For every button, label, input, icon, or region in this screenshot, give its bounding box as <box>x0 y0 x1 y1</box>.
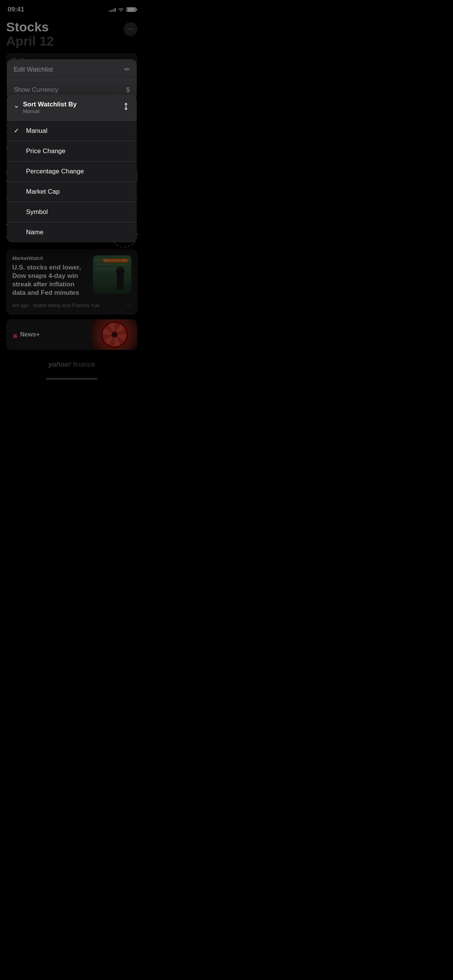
sort-option-manual[interactable]: ✓ Manual <box>7 121 137 141</box>
sort-watchlist-section: Sort Watchlist By Manual ✓ Manual Price … <box>7 95 137 242</box>
sort-option-label: Name <box>26 229 43 236</box>
edit-watchlist-item[interactable]: Edit Watchlist ✏ <box>7 59 137 80</box>
sort-option-symbol[interactable]: Symbol <box>7 202 137 222</box>
edit-icon: ✏ <box>124 65 130 74</box>
sort-title: Sort Watchlist By <box>23 101 77 108</box>
sort-option-name[interactable]: Name <box>7 222 137 242</box>
sort-option-label: Percentage Change <box>26 168 84 175</box>
sort-collapse-icon <box>14 104 19 111</box>
sort-option-percentage-change[interactable]: Percentage Change <box>7 162 137 182</box>
sort-option-label: Manual <box>26 127 47 135</box>
check-icon: ✓ <box>14 127 23 135</box>
dropdown-menu: Edit Watchlist ✏ Show Currency $ <box>7 59 137 100</box>
sort-header[interactable]: Sort Watchlist By Manual <box>7 95 137 121</box>
sort-option-market-cap[interactable]: Market Cap <box>7 182 137 202</box>
edit-watchlist-label: Edit Watchlist <box>14 66 53 74</box>
show-currency-label: Show Currency <box>14 86 58 94</box>
sort-option-price-change[interactable]: Price Change <box>7 141 137 162</box>
sort-order-icon[interactable] <box>122 103 130 112</box>
sort-subtitle: Manual <box>23 108 77 114</box>
sort-option-label: Symbol <box>26 208 48 216</box>
currency-icon: $ <box>126 86 130 94</box>
sort-option-label: Market Cap <box>26 188 60 196</box>
sort-option-label: Price Change <box>26 147 65 155</box>
